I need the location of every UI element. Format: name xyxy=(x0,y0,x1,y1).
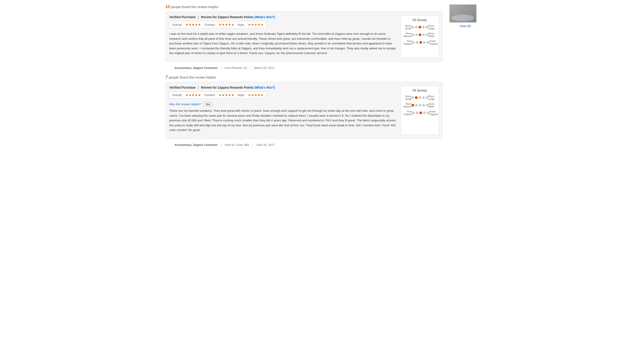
fit-row-2-0: Runs Small Runs Large xyxy=(404,95,436,100)
fit-label-right-2-0: Runs Large xyxy=(428,95,436,100)
fit-survey-2: Fit Survey Runs Small Runs Large Runs Na… xyxy=(401,86,439,135)
dot-2-1-3 xyxy=(422,104,425,106)
overall-label-2: Overall: xyxy=(172,93,182,97)
fit-dots-1-0 xyxy=(411,26,428,28)
overall-stars-1: ★★★★★ xyxy=(185,23,201,27)
dot-1-0-3 xyxy=(422,26,425,28)
stars-row-1: Overall: ★★★★★ Comfort: ★★★★★ Style: ★★★… xyxy=(170,21,266,28)
dot-1-1-1 xyxy=(415,34,418,36)
dot-1-0-2 xyxy=(418,26,421,28)
fit-label-right-1-1: Runs Wide xyxy=(428,32,436,38)
review-footer-1: Anonymous, Zappos Customer | from Phoeni… xyxy=(166,66,443,70)
overall-label-1: Overall: xyxy=(172,23,182,26)
comfort-stars-1: ★★★★★ xyxy=(218,23,234,27)
overall-stars-2: ★★★★★ xyxy=(185,93,201,97)
dot-2-1-2 xyxy=(419,104,422,106)
fit-survey-1: Fit Survey Runs Small Runs Large Runs Na… xyxy=(401,15,439,58)
dot-1-1-0 xyxy=(412,34,414,36)
reviewer-name-1: Anonymous, Zappos Customer xyxy=(174,66,218,70)
style-stars-1: ★★★★★ xyxy=(248,23,264,27)
comfort-stars-2: ★★★★★ xyxy=(218,93,234,97)
review-card-2: Verified Purchase | Review for Zappos Re… xyxy=(166,82,443,139)
dot-1-2-3 xyxy=(423,41,426,44)
dot-2-1-0 xyxy=(412,104,414,106)
fit-label-right-2-1: Runs Wide xyxy=(428,102,436,108)
view-all-link[interactable]: View All xyxy=(450,24,481,28)
dot-1-1-4 xyxy=(426,34,428,36)
dot-2-2-2 xyxy=(420,112,422,114)
review-header-1: Verified Purchase | Review for Zappos Re… xyxy=(170,15,397,19)
fit-dots-1-2 xyxy=(412,41,429,44)
whats-this-link-1[interactable]: (What's this?) xyxy=(254,15,275,19)
review-main-2: Verified Purchase | Review for Zappos Re… xyxy=(170,86,397,135)
fit-label-left-2-2: Poor Support xyxy=(404,110,412,116)
review-2-helpful: 7 people found this review helpful xyxy=(166,75,443,80)
dot-2-0-1 xyxy=(415,96,418,99)
dot-2-0-4 xyxy=(426,96,428,99)
dot-2-2-3 xyxy=(423,112,426,114)
reviewer-location-2: from St. Louis, MO xyxy=(225,143,249,146)
helpful-text-2: people found this review helpful xyxy=(168,76,216,79)
footer-sep-2b: | xyxy=(252,143,253,146)
whats-this-link-2[interactable]: (What's this?) xyxy=(254,86,275,89)
sidebar: View All xyxy=(447,4,483,146)
fit-row-1-1: Runs Narrow Runs Wide xyxy=(404,32,436,38)
fit-label-left-1-2: Poor Support xyxy=(404,40,412,45)
dot-1-2-2 xyxy=(420,41,422,44)
dot-1-2-1 xyxy=(416,41,418,44)
fit-survey-title-1: Fit Survey xyxy=(404,18,436,22)
dot-2-2-1 xyxy=(416,112,418,114)
footer-sep-1: | xyxy=(221,66,222,70)
helpful-count-1: 10 xyxy=(166,4,170,9)
fit-row-1-0: Runs Small Runs Large xyxy=(404,24,436,30)
review-date-1: March 29, 2017 xyxy=(254,66,274,70)
shoe-thumbnail xyxy=(450,4,476,22)
review-main-1: Verified Purchase | Review for Zappos Re… xyxy=(170,15,397,58)
fit-dots-1-1 xyxy=(412,34,428,36)
review-body-1: I was on the hunt for a stylish pair of … xyxy=(170,32,397,56)
dot-2-0-2 xyxy=(418,96,421,99)
main-content: 10 people found this review helpful Veri… xyxy=(161,4,447,146)
fit-dots-2-0 xyxy=(411,96,428,99)
fit-dots-2-2 xyxy=(412,112,429,114)
fit-label-left-2-0: Runs Small xyxy=(404,95,411,100)
dot-2-1-4 xyxy=(426,104,428,106)
fit-row-2-1: Runs Narrow Runs Wide xyxy=(404,102,436,108)
dot-1-1-2 xyxy=(419,34,422,36)
dot-1-1-3 xyxy=(422,34,425,36)
dot-2-2-0 xyxy=(412,112,415,114)
fit-label-left-1-0: Runs Small xyxy=(404,24,411,30)
fit-dots-2-1 xyxy=(412,104,428,106)
stars-row-2: Overall: ★★★★★ Comfort: ★★★★★ Style: ★★★… xyxy=(170,92,266,99)
fit-row-1-2: Poor Support Great Support xyxy=(404,40,436,45)
verified-purchase-1: Verified Purchase xyxy=(170,15,196,19)
review-header-2: Verified Purchase | Review for Zappos Re… xyxy=(170,86,397,89)
header-sep-2: | xyxy=(198,86,200,89)
review-card-1: Verified Purchase | Review for Zappos Re… xyxy=(166,12,443,62)
helpful-text-1: people found this review helpful xyxy=(170,5,218,9)
header-sep-1: | xyxy=(198,15,200,19)
helpful-prompt-2: Was this review helpful? xyxy=(170,102,201,106)
dot-2-0-0 xyxy=(411,96,414,99)
review-footer-2: Anonymous, Zappos Customer | from St. Lo… xyxy=(166,143,443,146)
fit-row-2-2: Poor Support Great Support xyxy=(404,110,436,116)
style-label-2: Style: xyxy=(238,93,245,97)
helpful-yes-button-2[interactable]: Yes xyxy=(203,102,212,106)
comfort-label-2: Comfort: xyxy=(204,93,216,97)
review-body-2: These are my favorite sneakers. They loo… xyxy=(170,108,397,132)
fit-label-right-1-0: Runs Large xyxy=(428,24,436,30)
dot-2-1-1 xyxy=(415,104,418,106)
fit-survey-title-2: Fit Survey xyxy=(404,88,436,92)
helpful-count-2: 7 xyxy=(166,75,168,80)
style-stars-2: ★★★★★ xyxy=(248,93,264,97)
review-1-helpful: 10 people found this review helpful xyxy=(166,4,443,9)
dot-1-0-4 xyxy=(426,26,428,28)
fit-label-right-2-2: Great Support xyxy=(429,110,438,116)
review-for-1: Review for Zappos Rewards Points xyxy=(201,15,253,19)
style-label-1: Style: xyxy=(238,23,245,26)
dot-1-0-0 xyxy=(411,26,414,28)
review-date-2: June 15, 2017 xyxy=(256,143,275,146)
reviewer-name-2: Anonymous, Zappos Customer xyxy=(174,143,218,146)
fit-label-left-1-1: Runs Narrow xyxy=(404,32,412,38)
dot-2-2-4 xyxy=(426,112,429,114)
